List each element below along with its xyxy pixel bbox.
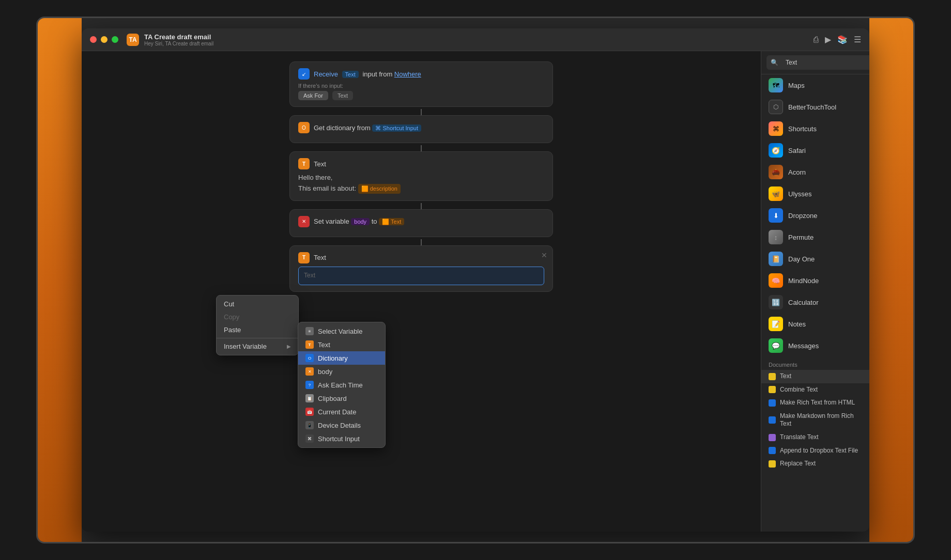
ulysses-label: Ulysses — [788, 190, 812, 198]
body-sub-item[interactable]: ✕ body — [298, 365, 385, 378]
sidebar-item-acorn[interactable]: 🌰 Acorn — [761, 161, 869, 183]
permute-label: Permute — [788, 234, 814, 241]
sidebar-item-safari[interactable]: 🧭 Safari — [761, 139, 869, 161]
doc-combine-label: Combine Text — [780, 386, 818, 394]
safari-label: Safari — [788, 147, 806, 154]
shortcut-input-sub-icon: ⌘ — [305, 434, 314, 443]
share-button[interactable]: ⎙ — [814, 35, 819, 44]
sidebar-item-dayone[interactable]: 📔 Day One — [761, 248, 869, 270]
sidebar-item-ulysses[interactable]: 🦋 Ulysses — [761, 183, 869, 205]
app-window: TA TA Create draft email Hey Siri, TA Cr… — [82, 28, 869, 532]
sidebar-item-maps[interactable]: 🗺 Maps — [761, 74, 869, 96]
text1-label: Text — [314, 160, 326, 168]
sidebar-item-bettertouchtool[interactable]: ⬡ BetterTouchTool — [761, 96, 869, 118]
select-var-icon: ≡ — [305, 327, 314, 335]
sidebar-item-shortcuts[interactable]: ⌘ Shortcuts — [761, 118, 869, 139]
doc-replace-label: Replace Text — [780, 460, 816, 468]
description-var: 🟧 description — [358, 184, 401, 194]
title-bar: TA TA Create draft email Hey Siri, TA Cr… — [82, 28, 869, 51]
cut-menu-item[interactable]: Cut — [217, 298, 298, 310]
library-button[interactable]: 📚 — [837, 35, 848, 44]
sidebar-item-messages[interactable]: 💬 Messages — [761, 335, 869, 356]
btt-label: BetterTouchTool — [788, 103, 836, 111]
sidebar-item-mindnode[interactable]: 🧠 MindNode — [761, 270, 869, 291]
clipboard-sub-item[interactable]: 📋 Clipboard — [298, 392, 385, 405]
messages-icon: 💬 — [769, 338, 783, 353]
doc-markdown-label: Make Markdown from Rich Text — [780, 412, 862, 428]
dropzone-label: Dropzone — [788, 212, 817, 220]
text2-close-button[interactable]: ✕ — [541, 251, 547, 259]
paste-menu-item[interactable]: Paste — [217, 323, 298, 336]
shortcut-input-sub-item[interactable]: ⌘ Shortcut Input — [298, 432, 385, 445]
text2-card: T Text ✕ Text — [289, 245, 553, 292]
body-sub-icon: ✕ — [305, 367, 314, 376]
close-button[interactable] — [90, 36, 97, 43]
doc-item-translate[interactable]: Translate Text — [761, 431, 869, 444]
device-details-sub-item[interactable]: 📱 Device Details — [298, 418, 385, 432]
sidebar-item-permute[interactable]: ↕ Permute — [761, 226, 869, 248]
shortcuts-label: Shortcuts — [788, 125, 817, 133]
sidebar-item-notes[interactable]: 📝 Notes — [761, 313, 869, 335]
doc-item-make-markdown[interactable]: Make Markdown from Rich Text — [761, 410, 869, 431]
acorn-icon: 🌰 — [769, 165, 783, 179]
connector-2 — [421, 145, 422, 151]
current-date-sub-icon: 📅 — [305, 408, 314, 416]
right-sidebar: 🔍 ✕ 🗺 Maps ⬡ BetterTouchTool — [761, 51, 869, 532]
doc-rich-text-icon — [769, 399, 776, 407]
text2-input[interactable]: Text — [298, 267, 544, 285]
doc-translate-label: Translate Text — [780, 433, 819, 442]
minimize-button[interactable] — [101, 36, 108, 43]
receive-label: Receive Text input from Nowhere — [314, 70, 421, 78]
canvas-area: ↙ Receive Text input from Nowhere If the… — [82, 51, 761, 532]
sidebar-item-dropzone[interactable]: ⬇ Dropzone — [761, 205, 869, 226]
receive-icon: ↙ — [298, 68, 310, 80]
app-list: 🗺 Maps ⬡ BetterTouchTool ⌘ Shortcuts 🧭 S… — [761, 74, 869, 356]
connector-1 — [421, 109, 422, 115]
select-variable-sub-item[interactable]: ≡ Select Variable — [298, 324, 385, 338]
mindnode-icon: 🧠 — [769, 273, 783, 288]
doc-item-combine-text[interactable]: Combine Text — [761, 383, 869, 397]
ask-each-time-sub-item[interactable]: ? Ask Each Time — [298, 378, 385, 392]
context-menu: Cut Copy Paste Insert Variable ▶ — [216, 295, 299, 355]
set-var-icon: ✕ — [298, 216, 310, 227]
ask-for-btn[interactable]: Ask For — [298, 91, 328, 100]
doc-replace-icon — [769, 460, 776, 468]
text1-card: T Text Hello there, This email is about:… — [289, 151, 553, 201]
receive-card: ↙ Receive Text input from Nowhere If the… — [289, 61, 553, 107]
permute-icon: ↕ — [769, 230, 783, 244]
menu-button[interactable]: ☰ — [854, 35, 861, 44]
side-panel-right — [869, 18, 913, 542]
doc-item-replace-text[interactable]: Replace Text — [761, 457, 869, 471]
device-details-sub-icon: 📱 — [305, 421, 314, 429]
doc-text-label: Text — [780, 372, 791, 381]
doc-text-icon — [769, 373, 776, 380]
copy-menu-item[interactable]: Copy — [217, 310, 298, 323]
doc-markdown-icon — [769, 416, 776, 424]
dictionary-sub-item[interactable]: O Dictionary — [298, 351, 385, 365]
sidebar-item-calculator[interactable]: 🔢 Calculator — [761, 291, 869, 313]
notes-label: Notes — [788, 320, 806, 328]
doc-item-text[interactable]: Text — [761, 370, 869, 383]
text-sub-item[interactable]: T Text — [298, 338, 385, 351]
if-no-input-label: If there's no input: — [298, 83, 544, 89]
side-panel-left — [38, 18, 82, 542]
get-dict-icon: O — [298, 122, 310, 133]
title-actions: ⎙ ▶ 📚 ☰ — [814, 35, 861, 44]
safari-icon: 🧭 — [769, 143, 783, 158]
mindnode-label: MindNode — [788, 277, 819, 285]
documents-section-label: Documents — [761, 356, 869, 370]
search-input[interactable] — [781, 57, 867, 68]
window-title: TA Create draft email — [144, 33, 213, 41]
if-btns: Ask For Text — [298, 91, 544, 100]
insert-variable-menu-item[interactable]: Insert Variable ▶ — [217, 340, 298, 353]
run-button[interactable]: ▶ — [825, 35, 831, 44]
current-date-sub-item[interactable]: 📅 Current Date — [298, 405, 385, 418]
text-btn[interactable]: Text — [332, 91, 353, 100]
doc-item-make-rich-text[interactable]: Make Rich Text from HTML — [761, 396, 869, 410]
messages-label: Messages — [788, 342, 819, 350]
get-dict-label: Get dictionary from ⌘ Shortcut Input — [314, 124, 421, 132]
secondary-menu: ≡ Select Variable T Text O — [298, 322, 386, 448]
text1-header: T Text — [298, 158, 544, 169]
doc-item-append-dropbox[interactable]: Append to Dropbox Text File — [761, 444, 869, 458]
maximize-button[interactable] — [112, 36, 118, 43]
